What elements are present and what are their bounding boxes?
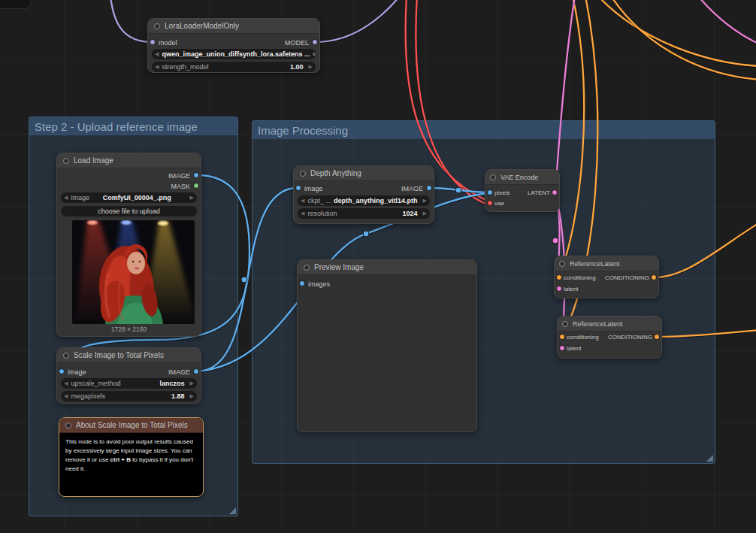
choose-file-button[interactable]: choose file to upload xyxy=(61,206,197,217)
input-slot-image[interactable] xyxy=(59,368,65,374)
widget-upscale-method[interactable]: upscale_method lanczos xyxy=(61,378,197,389)
node-reference-latent-1[interactable]: ReferenceLatent conditioning CONDITIONIN… xyxy=(554,256,659,298)
widget-megapixels-value: 1.88 xyxy=(171,392,187,400)
input-label-images: images xyxy=(308,279,330,289)
widget-strength-model[interactable]: strength_model 1.00 xyxy=(152,62,316,72)
node-title: ReferenceLatent xyxy=(573,320,623,328)
collapse-dot-icon[interactable] xyxy=(490,174,496,180)
collapse-dot-icon[interactable] xyxy=(154,23,160,29)
widget-resolution-value: 1024 xyxy=(403,210,420,217)
input-label-conditioning: conditioning xyxy=(564,273,596,283)
widget-image-file[interactable]: image ComfyUI_00004_.png xyxy=(61,192,197,203)
group-resize-handle[interactable] xyxy=(229,507,236,514)
input-label-image: image xyxy=(68,367,86,377)
node-depth-anything[interactable]: Depth Anything image IMAGE ckpt_ ... dep… xyxy=(293,165,434,224)
prev-arrow-icon[interactable] xyxy=(61,192,71,203)
collapse-dot-icon[interactable] xyxy=(559,261,565,267)
output-slot-conditioning[interactable] xyxy=(651,274,657,280)
widget-ckpt-label: ckpt_ ... xyxy=(307,197,331,204)
widget-ckpt-value: depth_anything_vitl14.pth xyxy=(334,197,420,204)
widget-strength-value: 1.00 xyxy=(290,63,306,71)
widget-lora-name-value: qwen_image_union_diffsynth_lora.safetens… xyxy=(162,50,310,58)
wire-latent-corner xyxy=(698,0,756,44)
node-title: ReferenceLatent xyxy=(570,260,620,268)
widget-megapixels[interactable]: megapixels 1.88 xyxy=(61,391,197,401)
node-about-scale-image[interactable]: About Scale Image to Total Pixels This n… xyxy=(59,417,204,497)
node-title: Load Image xyxy=(74,156,113,165)
input-slot-pixels[interactable] xyxy=(487,189,493,195)
group-resize-handle[interactable] xyxy=(706,455,713,462)
widget-upscale-method-value: lanczos xyxy=(160,380,187,387)
output-slot-conditioning[interactable] xyxy=(654,334,660,340)
link-dot xyxy=(241,277,247,283)
prev-arrow-icon[interactable] xyxy=(152,49,162,59)
collapse-dot-icon[interactable] xyxy=(304,265,310,271)
widget-lora-name[interactable]: qwen_image_union_diffsynth_lora.safetens… xyxy=(152,49,316,59)
output-slot-image[interactable] xyxy=(193,368,199,374)
collapse-dot-icon[interactable] xyxy=(300,171,306,177)
collapse-dot-icon[interactable] xyxy=(63,353,69,359)
node-reference-latent-2[interactable]: ReferenceLatent conditioning CONDITIONIN… xyxy=(557,316,662,359)
widget-ckpt[interactable]: ckpt_ ... depth_anything_vitl14.pth xyxy=(298,195,430,206)
output-slot-mask[interactable] xyxy=(193,183,199,189)
collapse-dot-icon[interactable] xyxy=(65,422,71,429)
widget-upscale-method-label: upscale_method xyxy=(71,380,120,387)
input-slot-images[interactable] xyxy=(299,280,305,286)
about-note-text: This node is to avoid poor output result… xyxy=(63,435,199,492)
node-title: VAE Encode xyxy=(500,174,538,181)
input-slot-image[interactable] xyxy=(295,185,301,191)
input-slot-conditioning[interactable] xyxy=(556,274,562,280)
collapse-dot-icon[interactable] xyxy=(63,158,69,164)
next-arrow-icon[interactable] xyxy=(187,192,197,203)
node-graph-canvas[interactable]: Step 2 - Upload reference image Image Pr… xyxy=(0,0,756,533)
increment-arrow-icon[interactable] xyxy=(306,62,316,72)
input-slot-vae[interactable] xyxy=(487,200,493,206)
prev-arrow-icon[interactable] xyxy=(61,378,71,389)
output-slot-image[interactable] xyxy=(193,172,199,178)
node-title: Preview Image xyxy=(314,263,364,271)
next-arrow-icon[interactable] xyxy=(420,195,430,206)
output-slot-model[interactable] xyxy=(312,39,318,45)
image-resolution-caption: 1728 × 2160 xyxy=(57,326,201,333)
output-label-mask: MASK xyxy=(171,181,190,192)
input-label-latent: latent xyxy=(567,344,582,354)
collapse-dot-icon[interactable] xyxy=(562,321,568,327)
next-arrow-icon[interactable] xyxy=(187,378,197,389)
next-arrow-icon[interactable] xyxy=(310,49,316,59)
input-label-pixels: pixels xyxy=(494,188,510,198)
offscreen-node-corner xyxy=(0,0,31,9)
output-label-image: IMAGE xyxy=(168,367,190,377)
output-label-image: IMAGE xyxy=(168,171,190,181)
widget-image-label: image xyxy=(71,194,89,201)
input-slot-model[interactable] xyxy=(150,39,156,45)
node-loraloadermodelonly[interactable]: LoraLoaderModelOnly model MODEL qwen_ima… xyxy=(147,18,320,73)
input-slot-latent[interactable] xyxy=(556,286,562,292)
decrement-arrow-icon[interactable] xyxy=(152,62,162,72)
increment-arrow-icon[interactable] xyxy=(420,208,430,219)
input-label-latent: latent xyxy=(564,284,579,295)
widget-resolution[interactable]: resolution 1024 xyxy=(298,208,430,219)
widget-image-value: ComfyUI_00004_.png xyxy=(103,194,174,201)
node-title: LoraLoaderModelOnly xyxy=(165,22,239,30)
node-title: Depth Anything xyxy=(310,169,361,177)
input-slot-conditioning[interactable] xyxy=(559,334,565,340)
group-step2-title: Step 2 - Upload reference image xyxy=(35,120,198,133)
output-slot-image[interactable] xyxy=(426,185,432,191)
output-slot-latent[interactable] xyxy=(552,189,558,195)
increment-arrow-icon[interactable] xyxy=(187,391,197,401)
input-label-vae: vae xyxy=(494,198,504,209)
group-image-processing-title: Image Processing xyxy=(258,124,348,137)
node-vae-encode[interactable]: VAE Encode pixels LATENT vae xyxy=(485,169,560,212)
input-slot-latent[interactable] xyxy=(559,345,565,351)
node-preview-image[interactable]: Preview Image images xyxy=(297,259,477,432)
node-scale-image-to-total-pixels[interactable]: Scale Image to Total Pixels image IMAGE … xyxy=(56,347,201,404)
widget-resolution-label: resolution xyxy=(307,210,337,217)
prev-arrow-icon[interactable] xyxy=(298,195,307,206)
wire-conditioning-corner-2 xyxy=(611,0,756,80)
decrement-arrow-icon[interactable] xyxy=(61,391,71,401)
wire-model-in xyxy=(110,0,152,42)
decrement-arrow-icon[interactable] xyxy=(298,208,307,219)
wire-conditioning-corner-1 xyxy=(598,0,756,66)
node-load-image[interactable]: Load Image IMAGE MASK image ComfyUI_0000… xyxy=(56,153,201,337)
widget-megapixels-label: megapixels xyxy=(71,392,105,400)
